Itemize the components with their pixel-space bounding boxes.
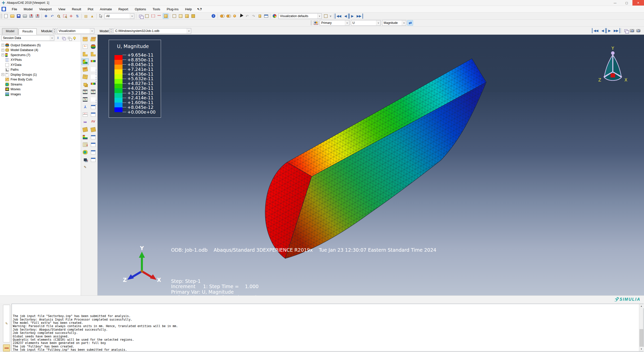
first-frame-icon[interactable]: ◀◀: [335, 13, 342, 19]
new-file-icon[interactable]: [3, 13, 9, 19]
menu-item[interactable]: File: [9, 6, 20, 12]
maximize-button[interactable]: ▢: [621, 0, 632, 6]
select-cursor-icon[interactable]: [98, 13, 104, 19]
toolbox-tool[interactable]: [82, 51, 89, 58]
save-icon[interactable]: [16, 13, 21, 19]
scrollbar-thumb[interactable]: [639, 329, 643, 347]
tree-item[interactable]: + Spectrums (7): [2, 53, 81, 58]
last-frame-icon[interactable]: ▶▶: [613, 28, 620, 33]
dropdown-caret-icon[interactable]: ▾: [329, 13, 332, 19]
cycle-views-icon[interactable]: ⇅: [74, 13, 80, 19]
toolbox-tool[interactable]: [90, 36, 97, 42]
open-file-icon[interactable]: [9, 13, 15, 19]
toolbar-grip[interactable]: [310, 21, 312, 25]
render-wireframe-icon[interactable]: [171, 13, 177, 19]
expand-icon[interactable]: +: [2, 73, 4, 76]
scroll-up-icon[interactable]: ▲: [639, 304, 643, 308]
toolbox-tool[interactable]: [90, 111, 97, 118]
toolbox-tool[interactable]: [90, 81, 97, 88]
field-output-icon[interactable]: [313, 20, 319, 26]
session-data-combo[interactable]: Session Data∨: [2, 35, 54, 41]
upload-database-icon[interactable]: [34, 13, 40, 19]
snapshot-camera-icon[interactable]: [635, 28, 641, 33]
toolbox-tool[interactable]: [90, 104, 97, 110]
toolbox-tool[interactable]: [82, 43, 89, 50]
toolbox-tool[interactable]: [90, 141, 97, 148]
tree-item[interactable]: + Movies: [2, 87, 81, 92]
menu-item[interactable]: Viewport: [36, 6, 55, 12]
menu-item[interactable]: Plot: [85, 6, 97, 12]
managers-table-icon[interactable]: [263, 13, 269, 19]
toolbox-tool[interactable]: [82, 104, 89, 110]
tips-lightbulb-icon[interactable]: [72, 35, 77, 41]
render-shaded-icon[interactable]: [184, 13, 190, 19]
menu-item[interactable]: Tools: [149, 6, 163, 12]
field-refinement-combo[interactable]: Magnitude∨: [382, 20, 406, 26]
linked-items-icon[interactable]: [66, 35, 72, 41]
toolbox-tool[interactable]: [82, 164, 89, 171]
rotate-view-icon[interactable]: ↶: [49, 13, 55, 19]
color-palette-icon[interactable]: [272, 13, 277, 19]
kernel-cli-icon[interactable]: »»»: [3, 344, 10, 351]
message-log-text[interactable]: The job input file "Sectorboy.inp" has b…: [12, 304, 639, 351]
menu-item[interactable]: Options: [132, 6, 149, 12]
menu-item[interactable]: Help: [182, 6, 195, 12]
field-variable-combo[interactable]: U∨: [351, 20, 381, 26]
auto-fit-icon[interactable]: ✛: [68, 13, 74, 19]
toolbox-tool[interactable]: [82, 111, 89, 118]
scroll-down-icon[interactable]: ▼: [639, 347, 643, 351]
previous-frame-icon[interactable]: ◀: [343, 13, 349, 19]
menu-item[interactable]: Plug-ins: [164, 6, 182, 12]
expand-icon[interactable]: +: [2, 44, 4, 47]
box-zoom-icon[interactable]: [62, 13, 68, 19]
chevron-down-icon[interactable]: ∨: [317, 14, 321, 19]
toolbox-tool[interactable]: [90, 134, 97, 141]
toolbox-tool[interactable]: [90, 156, 97, 163]
expand-icon[interactable]: +: [2, 54, 4, 56]
sync-field-output-icon[interactable]: ⇄: [407, 20, 413, 26]
toolbar-grip[interactable]: [1, 14, 2, 18]
chevron-down-icon[interactable]: ∨: [90, 28, 94, 33]
tree-item[interactable]: + Streams: [2, 82, 81, 87]
viewport-canvas[interactable]: U, Magnitude +9.654e-11+8.850e-11+8.045e…: [98, 35, 644, 295]
toolbox-tool[interactable]: [82, 81, 89, 88]
edit-selection-icon[interactable]: [156, 13, 162, 19]
model-combo[interactable]: C:/Windows/system32/Job-1.odb∨: [114, 28, 191, 34]
toolbox-tool[interactable]: [90, 149, 97, 156]
next-frame-icon[interactable]: ▶: [606, 28, 612, 33]
menu-item[interactable]: Result: [69, 6, 85, 12]
linked-viewports-icon[interactable]: [138, 13, 143, 19]
create-blocks-icon[interactable]: [257, 13, 263, 19]
chevron-down-icon[interactable]: ∨: [130, 14, 134, 19]
select-region-icon[interactable]: [150, 13, 156, 19]
toolbox-tool[interactable]: [90, 73, 97, 80]
view-cube-wire-icon[interactable]: [144, 13, 150, 19]
copy-viewport-icon[interactable]: [623, 28, 629, 33]
view-compass[interactable]: Y Z X: [593, 46, 633, 89]
menu-item[interactable]: Model: [20, 6, 36, 12]
menu-item[interactable]: Report: [115, 6, 132, 12]
tab-model[interactable]: Model: [2, 28, 18, 34]
magnify-view-icon[interactable]: [56, 13, 61, 19]
toolbox-tool[interactable]: [82, 66, 89, 73]
selection-filter-combo[interactable]: All∨: [105, 13, 134, 19]
tree-item[interactable]: + XYData: [2, 62, 81, 67]
toolbox-tool[interactable]: [90, 96, 97, 103]
display-group-combo[interactable]: Visualization defaults∨: [278, 13, 322, 19]
next-frame-icon[interactable]: ▶: [349, 13, 355, 19]
last-frame-icon[interactable]: ▶▶: [355, 13, 363, 19]
undo-icon[interactable]: ↶: [244, 13, 250, 19]
render-hidden-icon[interactable]: [178, 13, 183, 19]
toolbox-tool[interactable]: [82, 89, 89, 95]
toolbox-tool[interactable]: [82, 126, 89, 133]
expand-icon[interactable]: +: [2, 49, 4, 52]
log-scrollbar[interactable]: ▲ ▼: [639, 304, 643, 351]
tree-item[interactable]: + Free Body Cuts: [2, 77, 81, 82]
model-spinner[interactable]: ▲▼: [109, 28, 113, 33]
tree-item[interactable]: + Model Database (4): [2, 48, 81, 53]
close-button[interactable]: ✕: [632, 0, 644, 6]
tree-item[interactable]: + Images: [2, 92, 81, 97]
menu-item[interactable]: Animate: [97, 6, 115, 12]
toolbox-tool[interactable]: [90, 58, 97, 65]
shaded-sphere-icon[interactable]: [232, 13, 237, 19]
